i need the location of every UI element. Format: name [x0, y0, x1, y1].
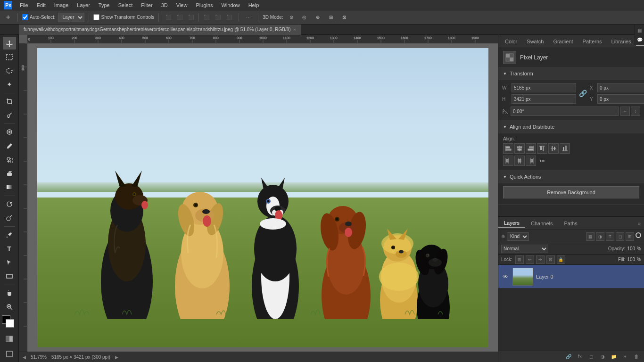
magic-wand-tool-btn[interactable]: ✦: [3, 78, 16, 90]
menu-plugins[interactable]: Plugins: [192, 1, 216, 9]
constrain-proportions-btn[interactable]: 🔗: [579, 90, 587, 97]
3d-rotate-btn[interactable]: ⊙: [286, 12, 297, 23]
panel-tab-gradient[interactable]: Gradient: [548, 38, 578, 45]
blur-tool-btn[interactable]: [3, 198, 16, 211]
eraser-tool-btn[interactable]: [3, 167, 16, 180]
blend-mode-select[interactable]: Normal: [501, 245, 548, 253]
dodge-tool-btn[interactable]: [3, 212, 16, 224]
remove-background-btn[interactable]: Remove Background: [503, 186, 639, 198]
auto-select-dropdown[interactable]: Layer: [58, 13, 84, 22]
align-header[interactable]: ▼ Align and Distribute: [498, 120, 644, 133]
lock-all-btn[interactable]: 🔒: [557, 255, 565, 264]
opacity-value[interactable]: 100: [627, 246, 635, 251]
crop-tool-btn[interactable]: [3, 95, 16, 108]
new-adjustment-btn[interactable]: ◑: [598, 353, 607, 361]
add-mask-btn[interactable]: ◻: [586, 353, 596, 361]
hand-tool-btn[interactable]: [3, 287, 16, 300]
document-tab[interactable]: funnywalkwithdogsportraitmanydogsGermans…: [19, 25, 301, 35]
panel-tab-swatch[interactable]: Swatch: [522, 38, 548, 45]
comment-panel-icon[interactable]: 💬: [636, 36, 644, 43]
heal-tool-btn[interactable]: [3, 126, 16, 139]
rectangle-tool-btn[interactable]: [3, 270, 16, 282]
fill-value[interactable]: 100: [627, 257, 635, 262]
status-next-arrow[interactable]: ▶: [115, 355, 118, 360]
align-bottom-edges-btn[interactable]: [560, 143, 570, 154]
menu-edit[interactable]: Edit: [33, 1, 50, 9]
type-tool-btn[interactable]: T: [3, 242, 16, 255]
y-input[interactable]: [597, 94, 644, 104]
auto-select-checkbox[interactable]: [22, 14, 28, 20]
more-align-btn[interactable]: •••: [537, 156, 547, 166]
lock-position-btn[interactable]: ✛: [536, 255, 545, 264]
3d-scale-btn[interactable]: ⊠: [339, 12, 349, 23]
3d-slide-btn[interactable]: ⊞: [326, 12, 336, 23]
filter-type-btn[interactable]: T: [606, 232, 614, 241]
flip-h-btn[interactable]: ↔: [620, 107, 630, 116]
show-transform-checkbox[interactable]: [93, 14, 99, 20]
align-top-btn[interactable]: ⬛: [201, 12, 212, 23]
new-layer-btn[interactable]: +: [620, 353, 630, 361]
menu-view[interactable]: View: [173, 1, 191, 9]
menu-type[interactable]: Type: [95, 1, 114, 9]
pen-tool-btn[interactable]: [3, 229, 16, 241]
transform-header[interactable]: ▼ Transform: [498, 67, 644, 80]
layer-0-vis-toggle[interactable]: 👁: [501, 272, 510, 281]
panel-tab-libraries[interactable]: Libraries: [607, 38, 636, 45]
background-swatch[interactable]: [6, 319, 14, 328]
3d-pan-btn[interactable]: ⊕: [313, 12, 323, 23]
filter-smart-btn[interactable]: ⊞: [626, 232, 634, 241]
link-layers-btn[interactable]: 🔗: [564, 353, 573, 361]
align-right-btn[interactable]: ⬛: [186, 12, 196, 23]
quick-actions-header[interactable]: ▼ Quick Actions: [498, 170, 644, 183]
new-group-btn[interactable]: 📁: [609, 353, 619, 361]
more-options-btn[interactable]: ⋯: [243, 12, 254, 23]
menu-3d[interactable]: 3D: [157, 1, 172, 9]
clone-tool-btn[interactable]: [3, 153, 16, 166]
align-mid-btn[interactable]: ⬛: [213, 12, 223, 23]
move-tool-icon[interactable]: ✛: [3, 12, 13, 23]
color-swatch-area[interactable]: [2, 315, 17, 330]
dist-left-btn[interactable]: [503, 156, 513, 166]
filter-adj-btn[interactable]: ◑: [596, 232, 604, 241]
delete-layer-btn[interactable]: 🗑: [632, 353, 641, 361]
layers-expand-btn[interactable]: »: [635, 219, 644, 228]
flip-v-btn[interactable]: ↕: [631, 107, 640, 116]
panel-tab-color[interactable]: Color: [500, 38, 522, 45]
tab-channels[interactable]: Channels: [525, 220, 558, 227]
filter-pixel-btn[interactable]: ▦: [586, 232, 594, 241]
angle-input[interactable]: [511, 107, 619, 116]
align-right-edges-btn[interactable]: [526, 143, 536, 154]
quick-mask-btn[interactable]: [3, 333, 16, 346]
screen-mode-btn[interactable]: [3, 347, 16, 360]
align-left-edges-btn[interactable]: [503, 143, 513, 154]
menu-window[interactable]: Window: [218, 1, 244, 9]
status-prev-arrow[interactable]: ◀: [23, 355, 26, 360]
filter-shape-btn[interactable]: ◻: [616, 232, 624, 241]
tab-paths[interactable]: Paths: [559, 220, 583, 227]
lock-artboard-btn[interactable]: ⊠: [546, 255, 555, 264]
zoom-tool-btn[interactable]: [3, 301, 16, 313]
path-select-tool-btn[interactable]: [3, 256, 16, 269]
rect-select-tool-btn[interactable]: [3, 50, 16, 63]
align-top-edges-btn[interactable]: [537, 143, 547, 154]
canvas-viewport[interactable]: [27, 43, 498, 352]
align-center-btn[interactable]: ⬛: [174, 12, 185, 23]
eyedropper-tool-btn[interactable]: [3, 109, 16, 122]
dist-right-btn[interactable]: [526, 156, 536, 166]
layer-row-0[interactable]: 👁 Layer 0: [498, 265, 644, 288]
menu-image[interactable]: Image: [50, 1, 73, 9]
panel-tab-patterns[interactable]: Patterns: [578, 38, 607, 45]
menu-file[interactable]: File: [16, 1, 32, 9]
lock-transparent-btn[interactable]: ⊞: [515, 255, 524, 264]
lock-pixels-btn[interactable]: ✏: [526, 255, 534, 264]
width-input[interactable]: [512, 83, 576, 92]
filter-kind-select[interactable]: Kind: [507, 232, 529, 241]
tab-layers[interactable]: Layers: [498, 219, 525, 228]
menu-help[interactable]: Help: [245, 1, 263, 9]
align-left-btn[interactable]: ⬛: [163, 12, 173, 23]
align-center-h-btn[interactable]: [514, 143, 525, 154]
x-input[interactable]: [597, 83, 644, 92]
add-style-btn[interactable]: fx: [575, 353, 585, 361]
3d-orbit-btn[interactable]: ◎: [299, 12, 310, 23]
lasso-tool-btn[interactable]: [3, 64, 16, 77]
